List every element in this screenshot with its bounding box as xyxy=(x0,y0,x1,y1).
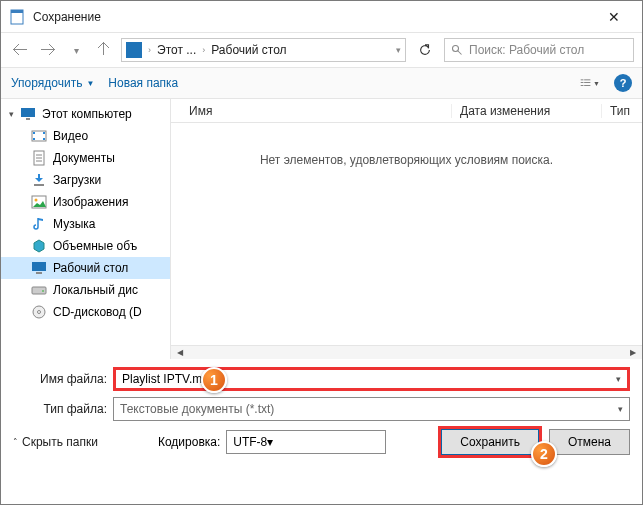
drive-icon xyxy=(31,282,47,298)
col-date[interactable]: Дата изменения xyxy=(452,104,602,118)
filename-input[interactable]: Playlist IPTV.m3u ▾ xyxy=(113,367,630,391)
chevron-down-icon[interactable]: ▾ xyxy=(618,404,623,414)
encoding-select[interactable]: UTF-8 ▾ xyxy=(226,430,386,454)
image-icon xyxy=(31,194,47,210)
download-icon xyxy=(31,172,47,188)
file-list: Имя Дата изменения Тип Нет элементов, уд… xyxy=(171,99,642,359)
scroll-right-icon[interactable]: ▶ xyxy=(626,346,640,358)
svg-rect-9 xyxy=(584,85,590,86)
tree-downloads[interactable]: Загрузки xyxy=(1,169,170,191)
cancel-button[interactable]: Отмена xyxy=(549,429,630,455)
close-button[interactable]: ✕ xyxy=(594,9,634,25)
monitor-icon xyxy=(20,106,36,122)
tree-documents[interactable]: Документы xyxy=(1,147,170,169)
svg-rect-1 xyxy=(11,10,23,13)
tree-music[interactable]: Музыка xyxy=(1,213,170,235)
list-area: Нет элементов, удовлетворяющих условиям … xyxy=(171,123,642,345)
svg-rect-6 xyxy=(581,82,584,83)
up-button[interactable]: 🡡 xyxy=(93,39,115,61)
new-folder-button[interactable]: Новая папка xyxy=(108,76,178,90)
svg-line-3 xyxy=(458,51,462,55)
search-placeholder: Поиск: Рабочий стол xyxy=(469,43,584,57)
breadcrumb-2[interactable]: Рабочий стол xyxy=(211,43,286,57)
forward-button[interactable]: 🡢 xyxy=(37,39,59,61)
refresh-button[interactable] xyxy=(412,38,438,62)
document-icon xyxy=(31,150,47,166)
svg-rect-26 xyxy=(32,287,46,294)
tree-cd[interactable]: CD-дисковод (D xyxy=(1,301,170,323)
tree-3d[interactable]: Объемные объ xyxy=(1,235,170,257)
nav-tree: ▾ Этот компьютер Видео Документы Загрузк… xyxy=(1,99,171,359)
save-button[interactable]: Сохранить xyxy=(441,429,539,455)
organize-menu[interactable]: Упорядочить▼ xyxy=(11,76,94,90)
filename-label: Имя файла: xyxy=(13,372,113,386)
navigation-bar: 🡠 🡢 ▾ 🡡 › Этот ... › Рабочий стол ▾ Поис… xyxy=(1,33,642,67)
chevron-down-icon[interactable]: ▾ xyxy=(396,45,401,55)
recent-button[interactable]: ▾ xyxy=(65,39,87,61)
tree-this-pc[interactable]: ▾ Этот компьютер xyxy=(1,103,170,125)
scroll-left-icon[interactable]: ◀ xyxy=(173,346,187,358)
filetype-select[interactable]: Текстовые документы (*.txt) ▾ xyxy=(113,397,630,421)
column-headers: Имя Дата изменения Тип xyxy=(171,99,642,123)
svg-rect-21 xyxy=(34,184,44,186)
breadcrumb-1[interactable]: Этот ... xyxy=(157,43,196,57)
annotation-badge-2: 2 xyxy=(531,441,557,467)
view-options-button[interactable]: ▼ xyxy=(580,73,600,93)
svg-rect-4 xyxy=(581,80,584,81)
search-icon xyxy=(451,44,463,56)
chevron-down-icon[interactable]: ▾ xyxy=(267,435,273,449)
help-button[interactable]: ? xyxy=(614,74,632,92)
dialog-body: ▾ Этот компьютер Видео Документы Загрузк… xyxy=(1,99,642,359)
filetype-label: Тип файла: xyxy=(13,402,113,416)
svg-rect-15 xyxy=(43,132,45,134)
svg-rect-5 xyxy=(584,80,590,81)
tree-localdisk[interactable]: Локальный дис xyxy=(1,279,170,301)
location-icon xyxy=(126,42,142,58)
svg-point-29 xyxy=(38,311,41,314)
save-dialog: Сохранение ✕ 🡠 🡢 ▾ 🡡 › Этот ... › Рабочи… xyxy=(0,0,643,505)
tree-desktop[interactable]: Рабочий стол xyxy=(1,257,170,279)
svg-rect-24 xyxy=(32,262,46,271)
empty-message: Нет элементов, удовлетворяющих условиям … xyxy=(260,153,553,167)
svg-rect-11 xyxy=(26,118,30,120)
address-bar[interactable]: › Этот ... › Рабочий стол ▾ xyxy=(121,38,406,62)
svg-rect-7 xyxy=(584,82,590,83)
svg-rect-14 xyxy=(33,138,35,140)
svg-rect-13 xyxy=(33,132,35,134)
annotation-badge-1: 1 xyxy=(201,367,227,393)
svg-rect-16 xyxy=(43,138,45,140)
tree-video[interactable]: Видео xyxy=(1,125,170,147)
col-name[interactable]: Имя xyxy=(171,104,452,118)
chevron-up-icon: ˄ xyxy=(13,437,18,447)
music-icon xyxy=(31,216,47,232)
horizontal-scrollbar[interactable]: ◀ ▶ xyxy=(171,345,642,359)
chevron-right-icon: › xyxy=(202,45,205,55)
toolbar: Упорядочить▼ Новая папка ▼ ? xyxy=(1,67,642,99)
window-title: Сохранение xyxy=(33,10,594,24)
svg-rect-8 xyxy=(581,85,584,86)
back-button[interactable]: 🡠 xyxy=(9,39,31,61)
svg-point-27 xyxy=(42,290,44,292)
svg-point-2 xyxy=(453,46,459,52)
titlebar: Сохранение ✕ xyxy=(1,1,642,33)
cube-icon xyxy=(31,238,47,254)
desktop-icon xyxy=(31,260,47,276)
col-type[interactable]: Тип xyxy=(602,104,642,118)
chevron-down-icon[interactable]: ▾ xyxy=(616,374,621,384)
disc-icon xyxy=(31,304,47,320)
chevron-right-icon: › xyxy=(148,45,151,55)
hide-folders-button[interactable]: ˄ Скрыть папки xyxy=(13,435,98,449)
svg-rect-10 xyxy=(21,108,35,117)
notepad-icon xyxy=(9,9,25,25)
search-input[interactable]: Поиск: Рабочий стол xyxy=(444,38,634,62)
tree-images[interactable]: Изображения xyxy=(1,191,170,213)
video-icon xyxy=(31,128,47,144)
encoding-label: Кодировка: xyxy=(158,435,220,449)
svg-rect-25 xyxy=(36,272,42,274)
svg-point-23 xyxy=(35,199,38,202)
